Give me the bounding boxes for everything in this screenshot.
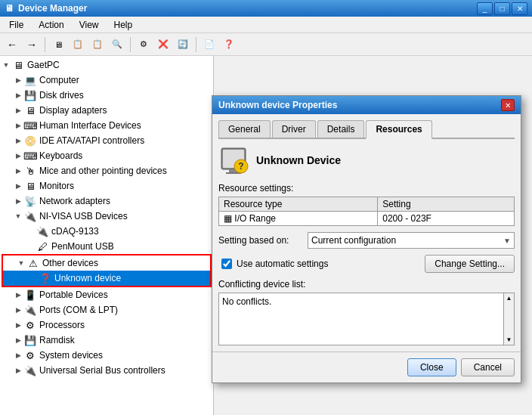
setting-based-combo[interactable]: Current configuration ▼ [308, 232, 515, 249]
tree-root[interactable]: ▼ 🖥 GaetPC [0, 57, 213, 73]
display-icon: 🖥 [24, 104, 36, 116]
title-bar-icon: 🖥 [5, 3, 14, 14]
toolbar-btn7[interactable]: 🔄 [174, 36, 192, 54]
toolbar-btn6[interactable]: ❌ [154, 36, 172, 54]
toolbar-btn3[interactable]: 📋 [88, 36, 107, 54]
disk-icon: 💾 [24, 89, 36, 101]
nivisausb-toggle[interactable]: ▼ [12, 210, 24, 222]
tree-item-portable[interactable]: ▶ 📱 Portable Devices [0, 287, 213, 302]
unknown-label: Unknown device [54, 273, 121, 283]
dialog-close-x-button[interactable]: ✕ [501, 99, 515, 111]
dialog-title-text: Unknown device Properties [218, 100, 337, 110]
menu-file[interactable]: File [3, 18, 29, 32]
tree-item-penmount[interactable]: 🖊 PenMount USB [0, 239, 213, 254]
main-window: 🖥 Device Manager _ □ ✕ File Action View … [0, 0, 532, 415]
toolbar-btn5[interactable]: ⚙ [135, 36, 153, 54]
auto-settings-checkbox-row: Use automatic settings [218, 259, 328, 269]
monitors-toggle[interactable]: ▶ [12, 180, 24, 192]
resource-settings-label: Resource settings: [218, 183, 515, 194]
use-auto-checkbox[interactable] [221, 259, 232, 269]
other-label: Other devices [42, 258, 98, 268]
portable-toggle[interactable]: ▶ [12, 289, 24, 301]
keyboards-icon: ⌨ [24, 150, 36, 162]
scroll-down-arrow[interactable]: ▼ [505, 335, 514, 345]
tree-item-nivisausb[interactable]: ▼ 🔌 NI-VISA USB Devices [0, 209, 213, 224]
display-toggle[interactable]: ▶ [12, 104, 24, 116]
other-toggle[interactable]: ▼ [15, 257, 27, 269]
properties-dialog: Unknown device Properties ✕ General Driv… [212, 95, 521, 383]
ramdisk-toggle[interactable]: ▶ [12, 334, 24, 346]
close-button[interactable]: ✕ [512, 2, 527, 15]
tree-item-processors[interactable]: ▶ ⚙ Processors [0, 317, 213, 333]
usb-label: Universal Serial Bus controllers [39, 365, 165, 376]
portable-label: Portable Devices [39, 290, 108, 300]
ports-label: Ports (COM & LPT) [39, 305, 118, 315]
mice-icon: 🖱 [24, 165, 36, 177]
keyboards-label: Keyboards [39, 150, 82, 161]
tab-resources[interactable]: Resources [366, 120, 431, 139]
toolbar-forward[interactable]: → [23, 36, 41, 54]
title-bar-controls: _ □ ✕ [477, 2, 527, 15]
menu-help[interactable]: Help [108, 18, 139, 32]
tree-item-keyboards[interactable]: ▶ ⌨ Keyboards [0, 148, 213, 163]
mice-toggle[interactable]: ▶ [12, 165, 24, 177]
tree-item-ide[interactable]: ▶ 📀 IDE ATA/ATAPI controllers [0, 133, 213, 148]
system-toggle[interactable]: ▶ [12, 349, 24, 361]
minimize-button[interactable]: _ [477, 2, 493, 15]
tree-item-display[interactable]: ▶ 🖥 Display adapters [0, 103, 213, 118]
resource-row: ▦ I/O Range 0200 - 023F [219, 212, 515, 226]
change-setting-button[interactable]: Change Setting... [425, 255, 515, 273]
tree-item-system[interactable]: ▶ ⚙ System devices [0, 348, 213, 363]
cdaq-label: cDAQ-9133 [51, 226, 99, 237]
monitors-label: Monitors [39, 181, 74, 191]
computer-icon: 💻 [24, 74, 36, 86]
toolbar-btn4[interactable]: 🔍 [108, 36, 126, 54]
disk-label: Disk drives [39, 90, 84, 101]
disk-toggle[interactable]: ▶ [12, 89, 24, 101]
tree-item-monitors[interactable]: ▶ 🖥 Monitors [0, 178, 213, 194]
tree-item-hid[interactable]: ▶ ⌨ Human Interface Devices [0, 118, 213, 133]
toolbar-sep1 [45, 37, 45, 52]
dialog-body: General Driver Details Resources [212, 114, 521, 352]
tree-item-other[interactable]: ▼ ⚠ Other devices [3, 256, 210, 271]
title-bar: 🖥 Device Manager _ □ ✕ [0, 0, 532, 17]
tree-item-unknown[interactable]: ❓ Unknown device [3, 271, 210, 286]
root-toggle[interactable]: ▼ [0, 59, 12, 71]
other-devices-highlight: ▼ ⚠ Other devices ❓ Unknown device [2, 254, 212, 287]
penmount-label: PenMount USB [51, 241, 114, 252]
usb-toggle[interactable]: ▶ [12, 364, 24, 376]
monitors-icon: 🖥 [24, 180, 36, 192]
toolbar-btn1[interactable]: 🖥 [49, 36, 67, 54]
network-toggle[interactable]: ▶ [12, 195, 24, 207]
ide-toggle[interactable]: ▶ [12, 135, 24, 147]
close-button[interactable]: Close [407, 358, 456, 376]
ports-icon: 🔌 [24, 304, 36, 316]
maximize-button[interactable]: □ [494, 2, 510, 15]
tree-item-usb[interactable]: ▶ 🔌 Universal Serial Bus controllers [0, 363, 213, 378]
tree-item-mice[interactable]: ▶ 🖱 Mice and other pointing devices [0, 163, 213, 178]
menu-action[interactable]: Action [32, 18, 70, 32]
tree-item-ports[interactable]: ▶ 🔌 Ports (COM & LPT) [0, 302, 213, 317]
computer-toggle[interactable]: ▶ [12, 74, 24, 86]
tab-driver[interactable]: Driver [272, 120, 316, 138]
mice-label: Mice and other pointing devices [39, 166, 167, 176]
tree-item-network[interactable]: ▶ 📡 Network adapters [0, 194, 213, 209]
tree-item-disk[interactable]: ▶ 💾 Disk drives [0, 88, 213, 103]
toolbar-btn9[interactable]: ❓ [220, 36, 238, 54]
root-icon: 🖥 [12, 59, 24, 71]
tree-item-ramdisk[interactable]: ▶ 💾 Ramdisk [0, 333, 213, 348]
ports-toggle[interactable]: ▶ [12, 304, 24, 316]
tree-item-computer[interactable]: ▶ 💻 Computer [0, 73, 213, 88]
tab-general[interactable]: General [218, 120, 271, 138]
conflict-text: No conflicts. [222, 296, 271, 307]
scroll-up-arrow[interactable]: ▲ [505, 293, 514, 303]
toolbar-back[interactable]: ← [3, 36, 21, 54]
cancel-button[interactable]: Cancel [461, 358, 515, 376]
menu-view[interactable]: View [73, 18, 105, 32]
tab-details[interactable]: Details [317, 120, 365, 138]
toolbar-btn2[interactable]: 📋 [69, 36, 87, 54]
toolbar-btn8[interactable]: 📄 [200, 36, 218, 54]
processors-toggle[interactable]: ▶ [12, 319, 24, 331]
tree-item-cdaq[interactable]: 🔌 cDAQ-9133 [0, 224, 213, 239]
hid-icon: ⌨ [24, 119, 36, 132]
